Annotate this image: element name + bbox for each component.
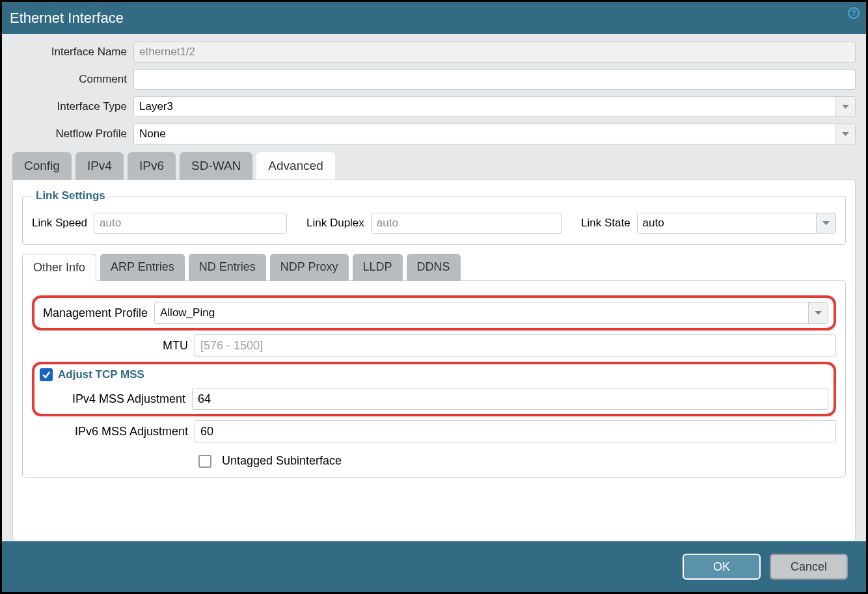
- help-icon[interactable]: ?: [848, 7, 860, 19]
- adjust-tcp-mss-checkbox[interactable]: [40, 368, 53, 381]
- advanced-tab-content: Link Settings Link Speed Link Duplex Lin…: [12, 180, 856, 541]
- link-speed-field[interactable]: [94, 213, 287, 234]
- subtab-ndp-proxy[interactable]: NDP Proxy: [270, 254, 349, 281]
- interface-name-field: [133, 42, 856, 62]
- link-duplex-label: Link Duplex: [306, 217, 364, 230]
- ipv4-mss-field[interactable]: [192, 388, 828, 410]
- highlight-mgmt-profile: Management Profile Allow_Ping: [32, 295, 836, 331]
- interface-type-value: Layer3: [139, 100, 173, 113]
- interface-type-select[interactable]: Layer3: [133, 96, 856, 117]
- cancel-button[interactable]: Cancel: [770, 554, 848, 580]
- interface-type-label: Interface Type: [12, 100, 133, 113]
- link-duplex-field[interactable]: [371, 213, 562, 234]
- link-state-value: auto: [643, 217, 664, 230]
- ipv6-mss-label: IPv6 MSS Adjustment: [32, 425, 195, 439]
- dialog-titlebar: Ethernet Interface ?: [2, 2, 866, 34]
- main-tabs: Config IPv4 IPv6 SD-WAN Advanced: [2, 152, 866, 180]
- other-info-panel: Management Profile Allow_Ping MTU: [22, 280, 846, 478]
- dialog-footer: OK Cancel: [2, 541, 866, 592]
- chevron-down-icon: [835, 124, 855, 144]
- netflow-profile-value: None: [139, 128, 166, 141]
- netflow-profile-label: Netflow Profile: [12, 128, 133, 141]
- top-form: Interface Name Comment Interface Type La…: [2, 34, 866, 152]
- ipv6-mss-field[interactable]: [195, 420, 836, 442]
- chevron-down-icon: [835, 97, 855, 116]
- untagged-subinterface-checkbox[interactable]: [198, 455, 211, 468]
- chevron-down-icon: [808, 303, 828, 323]
- dialog-title: Ethernet Interface: [10, 10, 124, 27]
- tab-advanced[interactable]: Advanced: [256, 152, 335, 180]
- tab-config[interactable]: Config: [12, 152, 72, 180]
- mtu-field[interactable]: [195, 334, 836, 357]
- mgmt-profile-value: Allow_Ping: [160, 306, 215, 319]
- mtu-label: MTU: [32, 339, 195, 353]
- ok-button[interactable]: OK: [683, 554, 761, 580]
- link-state-select[interactable]: auto: [637, 213, 836, 234]
- ipv4-mss-label: IPv4 MSS Adjustment: [40, 392, 192, 406]
- mgmt-profile-select[interactable]: Allow_Ping: [154, 302, 828, 324]
- mgmt-profile-label: Management Profile: [40, 306, 154, 320]
- link-settings-legend: Link Settings: [32, 189, 109, 202]
- tab-sdwan[interactable]: SD-WAN: [180, 152, 252, 180]
- comment-field[interactable]: [133, 69, 856, 90]
- link-speed-label: Link Speed: [32, 217, 87, 230]
- sub-tabs: Other Info ARP Entries ND Entries NDP Pr…: [22, 254, 846, 281]
- ethernet-interface-dialog: Ethernet Interface ? Interface Name Comm…: [2, 2, 866, 592]
- subtab-arp-entries[interactable]: ARP Entries: [100, 254, 185, 281]
- link-settings-fieldset: Link Settings Link Speed Link Duplex Lin…: [22, 189, 846, 245]
- subtab-ddns[interactable]: DDNS: [407, 254, 461, 281]
- chevron-down-icon: [816, 213, 835, 233]
- netflow-profile-select[interactable]: None: [133, 124, 856, 144]
- untagged-subinterface-label: Untagged Subinterface: [222, 454, 342, 468]
- tab-ipv6[interactable]: IPv6: [128, 152, 176, 180]
- comment-label: Comment: [12, 73, 133, 86]
- adjust-tcp-mss-label: Adjust TCP MSS: [58, 368, 144, 381]
- interface-name-label: Interface Name: [12, 46, 133, 59]
- subtab-other-info[interactable]: Other Info: [22, 254, 96, 281]
- tab-ipv4[interactable]: IPv4: [75, 152, 124, 180]
- link-state-label: Link State: [581, 217, 631, 230]
- subtab-lldp[interactable]: LLDP: [353, 254, 403, 281]
- subtab-nd-entries[interactable]: ND Entries: [189, 254, 266, 281]
- highlight-adjust-mss: Adjust TCP MSS IPv4 MSS Adjustment: [32, 362, 836, 416]
